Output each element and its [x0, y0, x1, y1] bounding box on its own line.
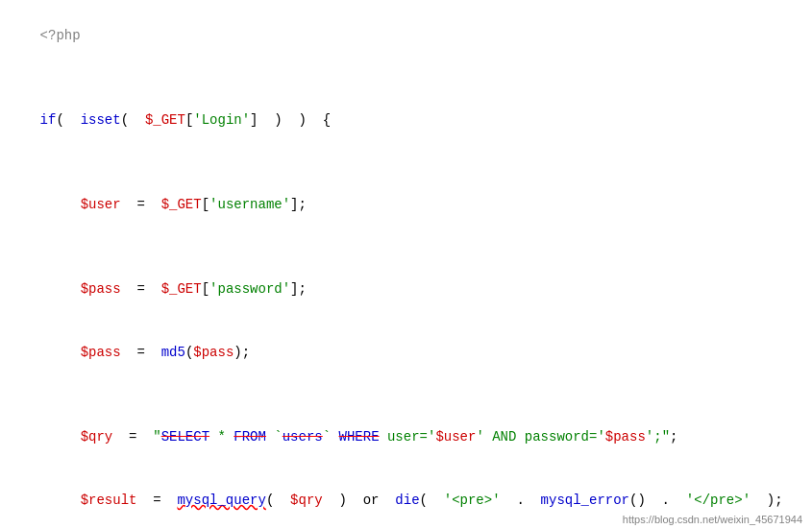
code-text: users	[283, 429, 323, 445]
code-text: $pass	[81, 281, 121, 297]
code-line-6	[8, 236, 804, 257]
code-line-4	[8, 152, 804, 173]
code-text: $qry	[81, 429, 113, 445]
code-text: SELECT	[161, 429, 209, 445]
code-text: [	[202, 281, 209, 297]
code-text: $result	[81, 493, 137, 508]
code-line-5: $user = $_GET['username'];	[8, 173, 804, 236]
watermark: https://blog.csdn.net/weixin_45671944	[623, 514, 802, 525]
code-text: '<pre>'	[444, 493, 501, 508]
code-text: =	[112, 429, 153, 445]
code-text: $_GET	[161, 197, 202, 212]
code-text: $user	[81, 197, 121, 212]
code-text	[40, 345, 81, 360]
code-text: $pass	[81, 345, 121, 360]
code-text: ];	[290, 281, 307, 297]
code-text: $qry	[290, 493, 323, 508]
code-line-9	[8, 384, 804, 405]
code-text: =	[136, 493, 177, 508]
code-line-7: $pass = $_GET['password'];	[8, 257, 804, 321]
code-text: (	[420, 493, 444, 508]
code-text: ' AND password='	[476, 429, 604, 445]
code-text: `	[323, 429, 339, 445]
code-text: (	[266, 493, 290, 508]
code-text: if	[40, 112, 57, 128]
code-text: "	[153, 429, 160, 445]
code-line-2	[8, 67, 804, 88]
code-text: isset	[81, 112, 121, 128]
code-text: 'username'	[209, 197, 290, 212]
code-text: ';"	[646, 429, 670, 445]
code-line-8: $pass = md5($pass);	[8, 321, 804, 384]
code-text: =	[121, 197, 161, 212]
code-text: 'password'	[209, 281, 290, 297]
code-text	[40, 429, 81, 445]
code-text: $user	[435, 429, 476, 445]
code-container: <?php if( isset( $_GET['Login'] ) ) { $u…	[0, 0, 812, 529]
code-text: $_GET	[161, 281, 202, 297]
code-line-1: <?php	[8, 4, 804, 67]
code-text: );	[750, 493, 783, 508]
code-text: <?php	[40, 28, 81, 43]
code-text: $pass	[193, 345, 234, 360]
code-text: (	[56, 112, 80, 128]
code-text: $pass	[605, 429, 646, 445]
code-text: .	[501, 493, 541, 508]
code-text: *	[209, 429, 234, 445]
code-text: =	[121, 345, 161, 360]
code-text: () .	[629, 493, 686, 508]
code-text: md5	[161, 345, 185, 360]
code-text: =	[121, 281, 161, 297]
code-text: mysql_error	[541, 493, 629, 508]
code-text: ] ) ) {	[250, 112, 331, 128]
code-text: '</pre>'	[686, 493, 750, 508]
code-line-3: if( isset( $_GET['Login'] ) ) {	[8, 88, 804, 152]
code-text: );	[234, 345, 250, 360]
code-text: WHERE	[339, 429, 380, 445]
code-text	[40, 281, 81, 297]
code-line-10: $qry = "SELECT * FROM `users` WHERE user…	[8, 405, 804, 469]
code-text	[40, 197, 81, 212]
code-text: ;	[670, 429, 677, 445]
code-text: ) or	[323, 493, 396, 508]
code-text: (	[121, 112, 145, 128]
code-text: 'Login'	[193, 112, 250, 128]
code-text: `	[266, 429, 283, 445]
code-text	[40, 493, 81, 508]
code-text: ];	[290, 197, 307, 212]
code-text: [	[202, 197, 209, 212]
code-text: die	[395, 493, 419, 508]
code-text: user='	[380, 429, 436, 445]
code-text: FROM	[234, 429, 266, 445]
code-text: $_GET	[145, 112, 185, 128]
code-text: mysql_query	[177, 493, 265, 508]
